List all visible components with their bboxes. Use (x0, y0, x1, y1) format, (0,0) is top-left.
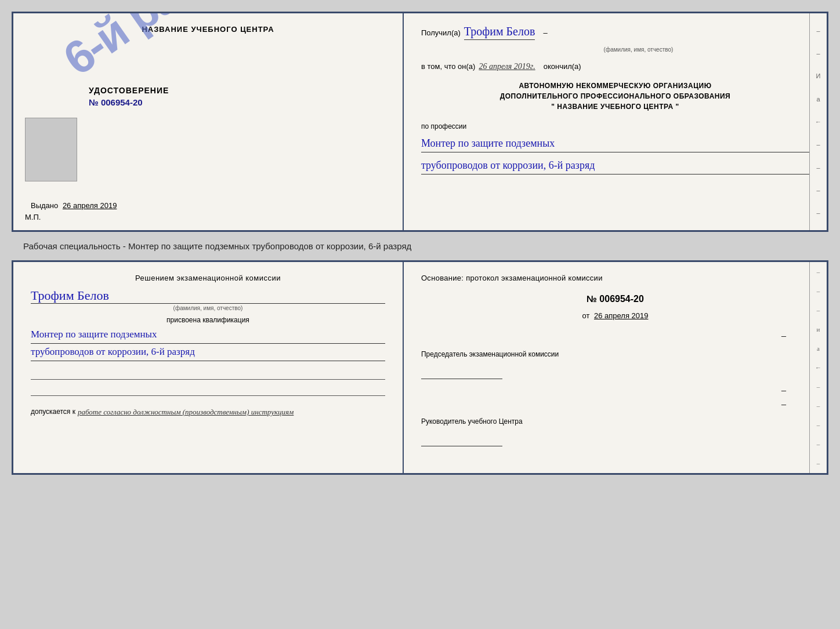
page-wrapper: НАЗВАНИЕ УЧЕБНОГО ЦЕНТРА 6-й разряд УДОС… (0, 0, 840, 629)
bottom-cert-right: Основание: протокол экзаменационной коми… (404, 262, 827, 473)
side-dash3: – (816, 141, 820, 148)
poluchil-line: Получил(а) Трофим Белов – (421, 25, 809, 40)
bottom-certificate: Решением экзаменационной комиссии Трофим… (12, 260, 828, 475)
rukovoditel-title: Руководитель учебного Центра (421, 417, 809, 426)
top-cert-right: Получил(а) Трофим Белов – (фамилия, имя,… (404, 13, 827, 230)
bot-dash2: – (817, 288, 820, 294)
dopuskaetsya-block: допускается к работе согласно должностны… (31, 408, 385, 417)
dopusk-prefix: допускается к (31, 408, 75, 417)
dash-right-1: – (421, 330, 786, 341)
profession-line1: Монтер по защите подземных (421, 135, 809, 152)
protocol-number: № 006954-20 (421, 294, 809, 304)
bottom-name: Трофим Белов (31, 288, 385, 304)
komissia-title: Решением экзаменационной комиссии (31, 274, 385, 282)
predsedatel-block: Председатель экзаменационной комиссии (421, 350, 809, 381)
bot-a: а (817, 345, 820, 352)
kvalif-line1: Монтер по защите подземных (31, 326, 385, 344)
top-cert-title: НАЗВАНИЕ УЧЕБНОГО ЦЕНТРА (142, 25, 274, 34)
bot-dash3: – (817, 307, 820, 314)
side-dash4: – (816, 164, 820, 171)
dash-right-3: – (421, 399, 786, 409)
bottom-name-subtext: (фамилия, имя, отчество) (31, 305, 385, 311)
underlines-block (31, 366, 385, 398)
ot-prefix: от (582, 311, 589, 320)
ot-date: 26 апреля 2019 (594, 311, 649, 320)
underline-1 (31, 366, 385, 380)
bottom-side-strip: – – – и а ← – – – – – (809, 262, 827, 473)
side-i: И (816, 72, 821, 79)
org-line1: АВТОНОМНУЮ НЕКОММЕРЧЕСКУЮ ОРГАНИЗАЦИЮ (421, 81, 809, 91)
bot-dash8: – (817, 460, 820, 467)
protocol-date: от 26 апреля 2019 (421, 311, 809, 320)
prisvoena-text: присвоена квалификация (31, 316, 385, 324)
poluchil-label: Получил(а) (421, 28, 461, 37)
bot-dash6: – (817, 421, 820, 428)
poluchil-dash: – (543, 28, 547, 37)
bot-dash1: – (817, 268, 820, 275)
kvalif-line2: трубопроводов от коррозии, 6-й разряд (31, 344, 385, 361)
profession-line2: трубопроводов от коррозии, 6-й разряд (421, 157, 809, 174)
org-name: " НАЗВАНИЕ УЧЕБНОГО ЦЕНТРА " (421, 101, 809, 112)
bot-i: и (817, 326, 820, 333)
vydano-block: Выдано 26 апреля 2019 (31, 201, 117, 210)
top-certificate: НАЗВАНИЕ УЧЕБНОГО ЦЕНТРА 6-й разряд УДОС… (12, 12, 828, 232)
org-block: АВТОНОМНУЮ НЕКОММЕРЧЕСКУЮ ОРГАНИЗАЦИЮ ДО… (421, 81, 809, 112)
predsedatel-title: Председатель экзаменационной комиссии (421, 350, 809, 358)
stamp-diagonal-text: 6-й разряд (54, 13, 271, 86)
bot-arrow: ← (815, 364, 821, 371)
top-cert-left: НАЗВАНИЕ УЧЕБНОГО ЦЕНТРА 6-й разряд УДОС… (13, 13, 404, 230)
osnov-text: Основание: протокол экзаменационной коми… (421, 274, 809, 282)
vtom-okончил: окончил(а) (544, 62, 581, 71)
bot-dash4: – (817, 383, 820, 390)
photo-placeholder (25, 118, 77, 181)
side-dash2: – (816, 50, 820, 57)
side-dash6: – (816, 209, 820, 216)
vydano-prefix: Выдано (31, 201, 58, 210)
udost-title: УДОСТОВЕРЕНИЕ (89, 86, 385, 95)
side-dash5: – (816, 187, 820, 194)
side-dash1: – (816, 27, 820, 34)
poluchil-name: Трофим Белов (464, 25, 535, 40)
bottom-cert-left: Решением экзаменационной комиссии Трофим… (13, 262, 404, 473)
org-line2: ДОПОЛНИТЕЛЬНОГО ПРОФЕССИОНАЛЬНОГО ОБРАЗО… (421, 91, 809, 101)
cert-left-main: УДОСТОВЕРЕНИЕ № 006954-20 (31, 86, 385, 125)
dash-right-2: – (421, 385, 786, 395)
po-professii: по профессии (421, 122, 809, 130)
vtom-date: 26 апреля 2019г. (479, 62, 535, 71)
vydano-date: 26 апреля 2019 (63, 201, 117, 210)
bot-dash7: – (817, 441, 820, 448)
side-arrow: ← (815, 118, 821, 125)
udost-number: № 006954-20 (89, 97, 385, 107)
vtom-label: в том, что он(а) (421, 62, 475, 71)
side-a: а (816, 96, 820, 103)
rukovoditel-block: Руководитель учебного Центра (421, 417, 809, 449)
middle-text: Рабочая специальность - Монтер по защите… (12, 238, 828, 254)
predsedatel-sig-line (421, 368, 502, 379)
poluchil-subtext: (фамилия, имя, отчество) (604, 46, 674, 53)
dopusk-text: работе согласно должностным (производств… (78, 408, 294, 417)
rukovoditel-sig-line (421, 435, 502, 446)
side-strip-right: – – И а ← – – – – (809, 13, 827, 230)
underline-2 (31, 382, 385, 396)
vtom-line: в том, что он(а) 26 апреля 2019г. окончи… (421, 62, 809, 71)
mp-label: М.П. (25, 213, 41, 221)
bot-dash5: – (817, 402, 820, 409)
